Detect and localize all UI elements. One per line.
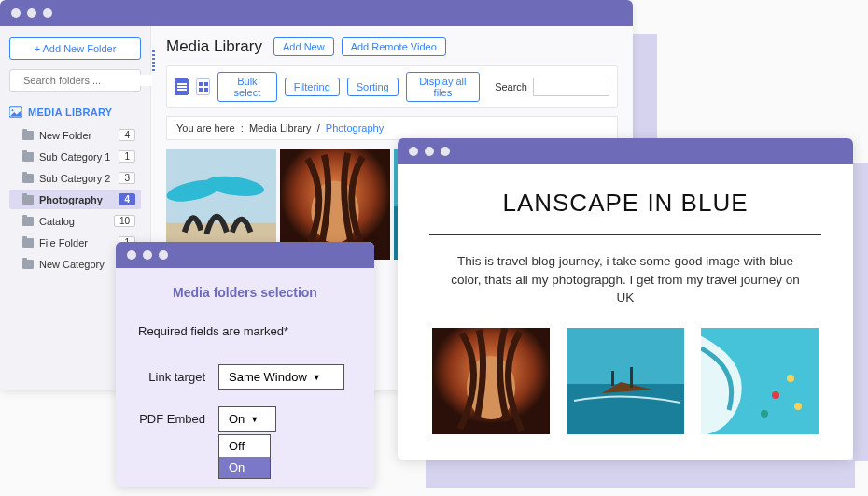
search-input[interactable] xyxy=(533,78,609,96)
search-label: Search xyxy=(495,81,527,92)
folders-selection-window: Media folders selection Required fields … xyxy=(116,242,374,487)
display-all-files-button[interactable]: Display all files xyxy=(406,72,480,102)
gallery-image[interactable] xyxy=(567,328,684,434)
svg-rect-6 xyxy=(177,89,187,91)
folder-icon xyxy=(22,238,34,248)
required-fields-label: Required fields are marked* xyxy=(138,324,352,338)
svg-point-33 xyxy=(787,375,794,382)
svg-point-3 xyxy=(11,109,13,111)
window-dot[interactable] xyxy=(43,8,52,18)
breadcrumb: You are here : Media Library / Photograp… xyxy=(166,116,618,140)
sidebar-item-sub-category-2[interactable]: Sub Category 23 xyxy=(9,168,141,188)
divider xyxy=(429,234,821,235)
list-icon xyxy=(177,82,187,92)
blog-preview-window: LANSCAPE IN BLUE This is travel blog jou… xyxy=(398,138,853,460)
blog-body: This is travel blog journey, i take some… xyxy=(448,252,803,307)
library-icon xyxy=(9,106,22,118)
svg-rect-4 xyxy=(177,83,187,85)
list-view-button[interactable] xyxy=(175,78,189,95)
breadcrumb-root[interactable]: Media Library xyxy=(249,122,312,134)
titlebar xyxy=(398,138,853,164)
sidebar-item-catalog[interactable]: Catalog10 xyxy=(9,211,141,231)
folder-icon xyxy=(22,260,34,269)
window-dot[interactable] xyxy=(11,8,21,18)
svg-rect-9 xyxy=(199,88,203,92)
folder-icon xyxy=(22,152,34,162)
add-new-button[interactable]: Add New xyxy=(273,37,334,56)
window-dot[interactable] xyxy=(409,147,418,156)
folder-icon xyxy=(22,131,34,140)
svg-rect-29 xyxy=(611,371,614,386)
titlebar xyxy=(116,242,374,268)
decorative-shadow xyxy=(426,460,855,488)
chevron-down-icon: ▼ xyxy=(313,373,321,382)
dropdown-option-off[interactable]: Off xyxy=(219,435,270,457)
pdf-embed-dropdown: Off On xyxy=(218,434,271,479)
chevron-down-icon: ▼ xyxy=(250,415,259,424)
svg-rect-8 xyxy=(204,82,208,86)
filtering-button[interactable]: Filtering xyxy=(285,78,340,96)
toolbar: Bulk select Filtering Sorting Display al… xyxy=(166,65,618,108)
sidebar-item-new-folder[interactable]: New Folder4 xyxy=(9,125,141,145)
pdf-embed-select[interactable]: On ▼ xyxy=(218,406,276,432)
svg-rect-7 xyxy=(199,82,203,86)
dialog-title: Media folders selection xyxy=(138,285,352,300)
dropdown-option-on[interactable]: On xyxy=(219,457,270,478)
grid-view-button[interactable] xyxy=(196,78,210,95)
main-header: Media Library Add New Add Remote Video xyxy=(166,37,618,56)
titlebar xyxy=(0,0,633,26)
window-dot[interactable] xyxy=(441,147,450,156)
media-library-header: MEDIA LIBRARY xyxy=(9,106,141,118)
window-dot[interactable] xyxy=(143,250,152,260)
link-target-label: Link target xyxy=(138,364,205,384)
sidebar-item-photography[interactable]: Photography4 xyxy=(9,190,141,209)
link-target-select[interactable]: Same Window ▼ xyxy=(218,364,344,390)
svg-rect-10 xyxy=(204,88,208,92)
window-dot[interactable] xyxy=(159,250,168,260)
search-folders-field[interactable] xyxy=(9,69,141,92)
svg-rect-5 xyxy=(177,86,187,88)
add-remote-video-button[interactable]: Add Remote Video xyxy=(342,37,446,56)
svg-point-35 xyxy=(761,410,768,418)
folder-icon xyxy=(22,195,34,205)
blog-title: LANSCAPE IN BLUE xyxy=(429,189,821,218)
window-dot[interactable] xyxy=(425,147,434,156)
add-new-folder-button[interactable]: + Add New Folder xyxy=(9,37,141,60)
window-dot[interactable] xyxy=(127,250,136,260)
svg-rect-30 xyxy=(630,367,633,388)
window-dot[interactable] xyxy=(27,8,36,18)
sorting-button[interactable]: Sorting xyxy=(347,78,399,96)
pdf-embed-label: PDF Embed xyxy=(138,406,205,426)
search-folders-input[interactable] xyxy=(23,75,152,86)
folder-icon xyxy=(22,174,34,183)
gallery-image[interactable] xyxy=(432,328,550,434)
decorative-shadow xyxy=(853,163,868,461)
svg-point-32 xyxy=(772,391,779,399)
resize-handle[interactable] xyxy=(152,50,155,71)
svg-point-34 xyxy=(794,403,802,410)
gallery-image[interactable] xyxy=(701,328,819,434)
sidebar-item-sub-category-1[interactable]: Sub Category 11 xyxy=(9,147,141,166)
grid-icon xyxy=(199,82,208,92)
bulk-select-button[interactable]: Bulk select xyxy=(217,72,277,102)
breadcrumb-current[interactable]: Photography xyxy=(326,122,384,134)
blog-gallery xyxy=(429,328,821,434)
folder-icon xyxy=(22,217,34,226)
page-title: Media Library xyxy=(166,37,262,56)
